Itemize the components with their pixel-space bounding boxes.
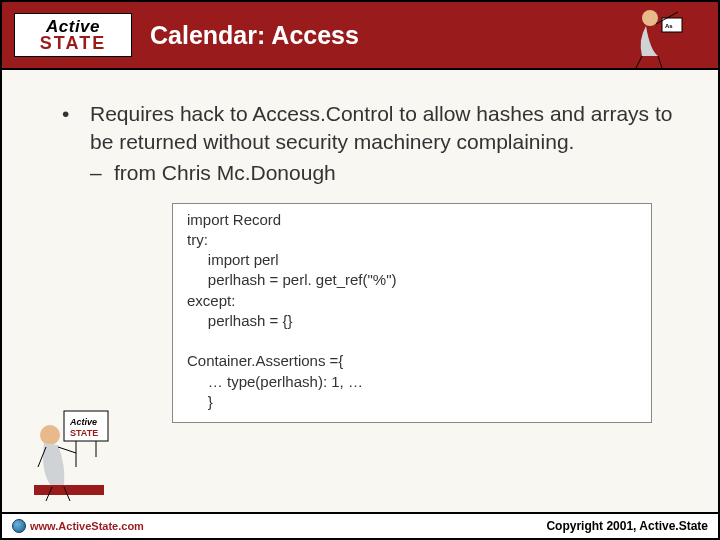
mascot-top-icon: As	[628, 0, 698, 70]
footer-bar: www.ActiveState.com Copyright 2001, Acti…	[2, 512, 718, 538]
footer-copyright: Copyright 2001, Active.State	[546, 519, 708, 533]
activestate-logo: Active STATE	[14, 13, 132, 57]
header-bar: Active STATE Calendar: Access As	[2, 2, 718, 70]
slide: Active STATE Calendar: Access As • Requi…	[0, 0, 720, 540]
svg-text:STATE: STATE	[70, 428, 98, 438]
code-block: import Record try: import perl perlhash …	[172, 203, 652, 424]
svg-rect-10	[34, 485, 104, 495]
svg-text:Active: Active	[69, 417, 97, 427]
logo-line2: STATE	[40, 35, 106, 51]
dash-icon: –	[90, 161, 114, 185]
sub-bullet-text: from Chris Mc.Donough	[114, 161, 336, 185]
svg-text:As: As	[665, 23, 673, 29]
svg-point-2	[642, 10, 658, 26]
bullet-dot-icon: •	[62, 100, 90, 157]
slide-title: Calendar: Access	[150, 21, 359, 50]
footer-url: www.ActiveState.com	[12, 519, 144, 533]
footer-url-text: www.ActiveState.com	[30, 520, 144, 532]
bullet-text: Requires hack to Access.Control to allow…	[90, 100, 678, 157]
mascot-bottom-icon: Active STATE	[24, 407, 114, 502]
bullet-item: • Requires hack to Access.Control to all…	[62, 100, 678, 157]
globe-icon	[12, 519, 26, 533]
svg-point-9	[40, 425, 60, 445]
sub-bullet-item: – from Chris Mc.Donough	[90, 161, 678, 185]
